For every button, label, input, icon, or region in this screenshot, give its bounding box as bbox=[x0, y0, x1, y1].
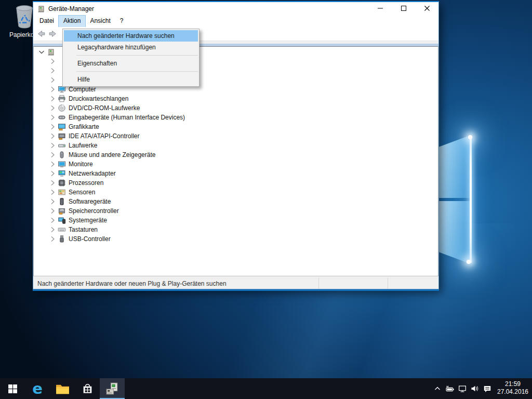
taskbar-windows-store[interactable] bbox=[75, 378, 100, 399]
explorer-icon bbox=[56, 383, 70, 395]
desktop: Papierkorb Geräte-Manager DateiAktionAns… bbox=[0, 0, 532, 399]
tree-item-softwareger-te[interactable]: Softwaregeräte bbox=[34, 197, 438, 206]
chevron-right-icon[interactable] bbox=[48, 179, 57, 187]
tree-item-speichercontroller[interactable]: Speichercontroller bbox=[34, 206, 438, 216]
tree-item-eingabeger-te-human-interface-devices[interactable]: Eingabegeräte (Human Interface Devices) bbox=[34, 113, 438, 122]
tree-item-sensoren[interactable]: Sensoren bbox=[34, 188, 438, 197]
chevron-right-icon[interactable] bbox=[48, 95, 57, 103]
tree-item-label: Laufwerke bbox=[69, 142, 97, 149]
tree-item-label: Grafikkarte bbox=[69, 123, 99, 130]
taskbar-apps: e bbox=[0, 378, 125, 399]
chevron-right-icon[interactable] bbox=[48, 66, 57, 75]
chevron-right-icon[interactable] bbox=[48, 197, 57, 206]
tree-item-label: Prozessoren bbox=[69, 179, 103, 187]
keyboard-icon bbox=[58, 225, 66, 234]
taskbar-file-explorer[interactable] bbox=[50, 378, 75, 399]
hid-icon bbox=[58, 113, 66, 122]
tree-item-grafikkarte[interactable]: Grafikkarte bbox=[34, 122, 438, 131]
window-title: Geräte-Manager bbox=[48, 5, 94, 12]
back-arrow-icon[interactable] bbox=[36, 29, 46, 38]
menubar-item-ansicht[interactable]: Ansicht bbox=[85, 16, 115, 27]
tree-item-usb-controller[interactable]: USB-Controller bbox=[34, 234, 438, 244]
chevron-right-icon[interactable] bbox=[48, 141, 57, 150]
chevron-right-icon[interactable] bbox=[48, 123, 57, 131]
taskbar-clock[interactable]: 21:59 27.04.2016 bbox=[494, 378, 532, 399]
disk-drive-icon bbox=[58, 141, 66, 150]
sensor-icon bbox=[58, 188, 66, 196]
system-tray: 21:59 27.04.2016 bbox=[431, 378, 532, 399]
chevron-right-icon[interactable] bbox=[48, 169, 57, 178]
close-button[interactable] bbox=[415, 2, 438, 16]
menu-item-hilfe[interactable]: Hilfe bbox=[64, 74, 198, 85]
ide-controller-icon bbox=[58, 132, 66, 140]
chevron-right-icon[interactable] bbox=[48, 104, 57, 112]
tree-item-netzwerkadapter[interactable]: Netzwerkadapter bbox=[34, 169, 438, 178]
clock-time: 21:59 bbox=[494, 380, 532, 388]
tree-item-label: DVD/CD-ROM-Laufwerke bbox=[69, 104, 140, 112]
tray-network-icon[interactable] bbox=[456, 378, 469, 399]
taskbar-start-button[interactable] bbox=[0, 378, 25, 399]
menubar-item-aktion[interactable]: Aktion bbox=[59, 16, 85, 27]
chevron-right-icon[interactable] bbox=[48, 113, 57, 122]
software-device-icon bbox=[58, 197, 66, 206]
chevron-right-icon[interactable] bbox=[48, 216, 57, 224]
chevron-down-icon[interactable] bbox=[37, 48, 46, 56]
tree-item-systemger-te[interactable]: Systemgeräte bbox=[34, 216, 438, 225]
title-bar[interactable]: Geräte-Manager bbox=[33, 2, 438, 16]
minimize-icon bbox=[378, 5, 383, 12]
tray-battery-icon[interactable] bbox=[444, 378, 456, 399]
chevron-right-icon[interactable] bbox=[48, 85, 57, 94]
status-bar: Nach geänderter Hardware oder neuen Plug… bbox=[33, 277, 438, 289]
chevron-right-icon[interactable] bbox=[48, 57, 57, 65]
maximize-button[interactable] bbox=[392, 2, 415, 16]
tree-item-prozessoren[interactable]: Prozessoren bbox=[34, 178, 438, 188]
menu-item-eigenschaften[interactable]: Eigenschaften bbox=[64, 58, 198, 69]
tree-item-tastaturen[interactable]: Tastaturen bbox=[34, 225, 438, 234]
chevron-right-icon[interactable] bbox=[48, 188, 57, 196]
tree-item-label: Softwaregeräte bbox=[69, 198, 111, 205]
minimize-button[interactable] bbox=[368, 2, 392, 16]
aktion-menu-popup: Nach geänderter Hardware suchenLegacyhar… bbox=[62, 29, 200, 87]
chevron-right-icon[interactable] bbox=[48, 235, 57, 243]
menu-item-legacyhardware-hinzuf-gen[interactable]: Legacyhardware hinzufügen bbox=[64, 42, 198, 53]
taskbar-edge[interactable]: e bbox=[25, 378, 50, 399]
tree-item-label: Tastaturen bbox=[69, 226, 98, 233]
taskbar-device-manager[interactable] bbox=[100, 378, 125, 399]
menu-item-nach-ge-nderter-hardware-suchen[interactable]: Nach geänderter Hardware suchen bbox=[64, 30, 198, 42]
tree-item-laufwerke[interactable]: Laufwerke bbox=[34, 141, 438, 150]
caption-buttons bbox=[368, 2, 438, 16]
tree-item-druckwarteschlangen[interactable]: Druckwarteschlangen bbox=[34, 94, 438, 103]
tree-item-label: IDE ATA/ATAPI-Controller bbox=[69, 132, 139, 140]
edge-icon: e bbox=[32, 381, 43, 396]
dvd-drive-icon bbox=[58, 104, 66, 112]
chevron-right-icon[interactable] bbox=[48, 207, 57, 215]
chevron-right-icon[interactable] bbox=[48, 151, 57, 159]
menubar-item-datei[interactable]: Datei bbox=[35, 16, 59, 27]
tree-item-label: Netzwerkadapter bbox=[69, 170, 116, 177]
chevron-right-icon[interactable] bbox=[48, 160, 57, 168]
chevron-right-icon[interactable] bbox=[48, 76, 57, 84]
menubar-item-[interactable]: ? bbox=[115, 16, 128, 27]
tray-volume-icon[interactable] bbox=[469, 378, 481, 399]
tray-chevron-up-icon[interactable] bbox=[431, 378, 444, 399]
display-adapter-icon bbox=[58, 123, 66, 131]
tree-item-label: Sensoren bbox=[69, 189, 95, 196]
start-icon bbox=[8, 384, 18, 394]
menu-separator bbox=[76, 55, 198, 56]
chevron-right-icon[interactable] bbox=[48, 225, 57, 234]
tree-item-label: Eingabegeräte (Human Interface Devices) bbox=[69, 114, 185, 121]
tree-item-dvd-cd-rom-laufwerke[interactable]: DVD/CD-ROM-Laufwerke bbox=[34, 103, 438, 113]
forward-arrow-icon[interactable] bbox=[48, 29, 58, 38]
tree-item-label: Druckwarteschlangen bbox=[69, 95, 128, 102]
wallpaper-logo-edge bbox=[470, 136, 472, 263]
tree-item-ide-ata-atapi-controller[interactable]: IDE ATA/ATAPI-Controller bbox=[34, 131, 438, 141]
chevron-right-icon[interactable] bbox=[48, 132, 57, 140]
tree-item-m-use-und-andere-zeigeger-te[interactable]: Mäuse und andere Zeigegeräte bbox=[34, 150, 438, 159]
close-icon bbox=[424, 5, 430, 12]
mouse-icon bbox=[58, 151, 66, 159]
status-pane-1 bbox=[318, 278, 388, 289]
tree-item-monitore[interactable]: Monitore bbox=[34, 159, 438, 169]
tray-action-center-icon[interactable] bbox=[481, 378, 494, 399]
status-pane-2 bbox=[388, 278, 438, 289]
tree-item-label: Systemgeräte bbox=[69, 217, 107, 224]
